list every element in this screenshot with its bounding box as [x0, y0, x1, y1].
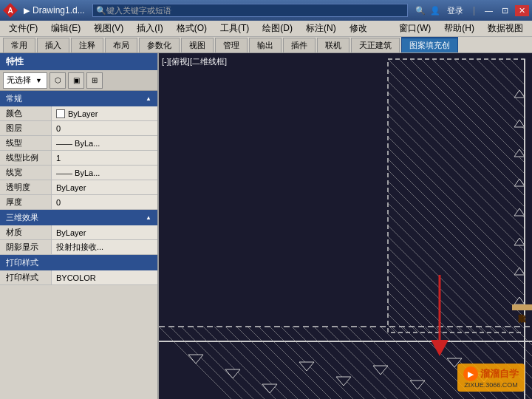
section-print-label: 打印样式: [6, 257, 38, 268]
tab-insert[interactable]: 插入: [37, 38, 69, 52]
menu-file[interactable]: 文件(F): [3, 21, 44, 36]
menu-help[interactable]: 帮助(H): [438, 21, 480, 36]
tab-view[interactable]: 视图: [181, 38, 214, 52]
menu-format[interactable]: 格式(O): [171, 21, 213, 36]
tab-tianzheng[interactable]: 天正建筑: [351, 38, 400, 52]
prop-color-label: 颜色: [0, 106, 52, 120]
title-bar: A ▶ Drawing1.d... 🔍 键入关键字或短语 🔍 👤 登录 | — …: [0, 0, 532, 21]
close-button[interactable]: ✕: [515, 5, 529, 16]
prop-color-value[interactable]: ByLayer: [52, 106, 157, 120]
prop-linetype: 线型 —— ByLa...: [0, 136, 157, 151]
prop-linewidth-label: 线宽: [0, 166, 52, 180]
section-3d-arrow: ▲: [146, 214, 151, 221]
menu-modify[interactable]: 修改: [344, 21, 373, 36]
prop-transparency-value[interactable]: ByLayer: [52, 180, 157, 194]
prop-printstyle-label: 打印样式: [0, 270, 52, 284]
no-selection-label: 无选择: [7, 75, 31, 86]
prop-shadow: 阴影显示 投射扣接收...: [0, 240, 157, 255]
user-icon: 👤: [430, 6, 440, 16]
toolbar-tabs: 常用 插入 注释 布局 参数化 视图 管理 输出 插件 联机 天正建筑 图案填充…: [0, 37, 532, 53]
prop-shadow-value[interactable]: 投射扣接收...: [52, 240, 157, 254]
prop-material: 材质 ByLayer: [0, 225, 157, 240]
section-3d-label: 三维效果: [6, 212, 38, 223]
tab-hatch[interactable]: 图案填充创: [401, 37, 458, 52]
search-icon2: 🔍: [415, 6, 426, 16]
prop-linescale-value[interactable]: 1: [52, 151, 157, 165]
color-swatch: [56, 109, 65, 118]
prop-layer-label: 图层: [0, 121, 52, 135]
panel-btn-2[interactable]: ▣: [68, 72, 84, 89]
prop-linescale-label: 线型比例: [0, 151, 52, 165]
properties-section: 常规 ▲ 颜色 ByLayer 图层 0 线型 —— ByLa... 线型比例: [0, 91, 157, 399]
panel-btn-1[interactable]: ⬡: [50, 72, 66, 89]
menu-draw[interactable]: 绘图(D): [256, 21, 299, 36]
menu-bar-row1: 文件(F) 编辑(E) 视图(V) 插入(I) 格式(O) 工具(T) 绘图(D…: [0, 21, 532, 37]
prop-thickness-label: 厚度: [0, 195, 52, 209]
prop-color: 颜色 ByLayer: [0, 106, 157, 121]
tab-parametric[interactable]: 参数化: [139, 38, 180, 52]
prop-linewidth-value[interactable]: —— ByLa...: [52, 166, 157, 180]
prop-color-text: ByLayer: [68, 109, 98, 118]
left-panel: 特性 无选择 ▼ ⬡ ▣ ⊞ 常规 ▲ 颜色 ByLayer: [0, 53, 159, 399]
app-icon: A: [3, 3, 18, 18]
menu-window[interactable]: 窗口(W): [393, 21, 437, 36]
logo-text-sub: ZIXUE.3066.COM: [464, 381, 518, 389]
quick-access-btn[interactable]: ▶: [24, 6, 30, 16]
prop-layer-value[interactable]: 0: [52, 121, 157, 135]
tab-output[interactable]: 输出: [249, 38, 282, 52]
separator: |: [473, 5, 475, 16]
menu-view[interactable]: 视图(V): [88, 21, 129, 36]
prop-linescale: 线型比例 1: [0, 151, 157, 166]
dropdown-arrow: ▼: [35, 77, 42, 84]
title-left: A ▶ Drawing1.d...: [3, 3, 85, 18]
tab-layout[interactable]: 布局: [105, 38, 137, 52]
prop-linewidth: 线宽 —— ByLa...: [0, 166, 157, 180]
minimize-button[interactable]: —: [482, 6, 495, 15]
section-header-print[interactable]: 打印样式: [0, 255, 157, 270]
prop-transparency: 透明度 ByLayer: [0, 180, 157, 195]
panel-title: 特性: [0, 53, 157, 70]
prop-material-value[interactable]: ByLayer: [52, 225, 157, 239]
prop-linetype-value[interactable]: —— ByLa...: [52, 136, 157, 150]
search-icon: 🔍: [96, 6, 106, 16]
menu-insert[interactable]: 插入(I): [131, 21, 168, 36]
no-selection-dropdown[interactable]: 无选择 ▼: [3, 72, 47, 89]
menu-dataview[interactable]: 数据视图: [482, 21, 529, 36]
menu-mark[interactable]: 标注(N): [300, 21, 342, 36]
tab-online[interactable]: 联机: [317, 38, 349, 52]
tab-annotate[interactable]: 注释: [71, 38, 103, 52]
section-general-label: 常规: [6, 93, 22, 104]
section-header-3d[interactable]: 三维效果 ▲: [0, 210, 157, 225]
prop-layer: 图层 0: [0, 121, 157, 136]
window-title: Drawing1.d...: [33, 5, 85, 16]
panel-toolbar: 无选择 ▼ ⬡ ▣ ⊞: [0, 70, 157, 91]
prop-thickness-value[interactable]: 0: [52, 195, 157, 209]
title-search-box[interactable]: 🔍 键入关键字或短语: [92, 4, 408, 17]
prop-material-label: 材质: [0, 225, 52, 239]
prop-printstyle: 打印样式 BYCOLOR: [0, 270, 157, 285]
drawing-area[interactable]: [-][俯视][二维线框]: [159, 53, 532, 399]
main-layout: 特性 无选择 ▼ ⬡ ▣ ⊞ 常规 ▲ 颜色 ByLayer: [0, 53, 532, 399]
logo-text-main: 溜溜自学: [480, 367, 519, 381]
logo-icon: ▶: [463, 366, 478, 381]
menu-edit[interactable]: 编辑(E): [45, 21, 86, 36]
viewport-label: [-][俯视][二维线框]: [162, 56, 227, 67]
login-button[interactable]: 登录: [445, 5, 466, 16]
search-placeholder: 键入关键字或短语: [106, 5, 171, 16]
menu-tools[interactable]: 工具(T): [214, 21, 255, 36]
tab-manage[interactable]: 管理: [215, 38, 248, 52]
prop-shadow-label: 阴影显示: [0, 240, 52, 254]
section-general-arrow: ▲: [146, 95, 151, 102]
logo-watermark: ▶ 溜溜自学 ZIXUE.3066.COM: [457, 364, 525, 392]
panel-btn-3[interactable]: ⊞: [86, 72, 103, 89]
prop-printstyle-value[interactable]: BYCOLOR: [52, 270, 157, 284]
prop-linetype-label: 线型: [0, 136, 52, 150]
restore-button[interactable]: ⊡: [499, 6, 511, 16]
tab-plugin[interactable]: 插件: [283, 38, 316, 52]
prop-transparency-label: 透明度: [0, 180, 52, 194]
pick-point-button[interactable]: 拾取点: [512, 304, 532, 310]
tab-common[interactable]: 常用: [3, 38, 35, 52]
cad-canvas: [159, 53, 532, 399]
prop-thickness: 厚度 0: [0, 195, 157, 210]
section-header-general[interactable]: 常规 ▲: [0, 91, 157, 106]
